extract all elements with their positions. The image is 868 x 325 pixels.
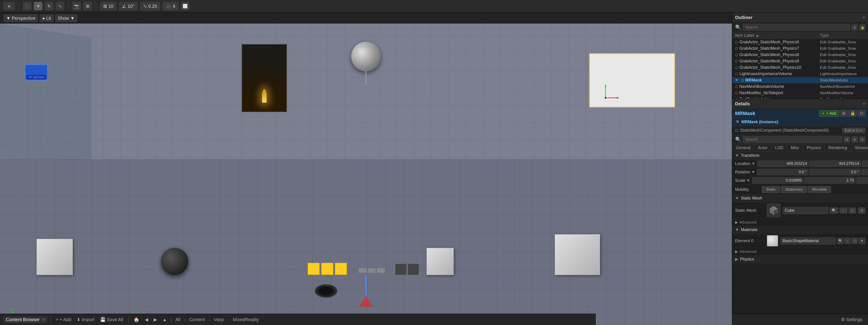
rotation-y-input[interactable]	[809, 169, 861, 175]
mobility-stationary-btn[interactable]: Stationary	[781, 186, 807, 193]
viewport[interactable]: ▼ Perspective ● Lit Show ▼	[0, 13, 732, 325]
scale-dropdown-icon[interactable]: ▼	[746, 178, 750, 183]
maximize-viewport-btn[interactable]: ⬜	[181, 2, 189, 10]
unreal-logo[interactable]: U	[4, 2, 14, 10]
details-grid-btn[interactable]: ⊞	[844, 137, 850, 143]
material-dropdown[interactable]: BasicShapeMaterial	[780, 237, 836, 244]
outliner-row-1[interactable]: ⬡ GrabActor_StaticMesh_Physics7 Edit Gra…	[732, 46, 868, 52]
outliner-row-6[interactable]: 👁 ⬡ MRMask StaticMeshActor	[732, 77, 868, 84]
tab-rendering[interactable]: Rendering	[825, 144, 851, 152]
nav-home[interactable]: 🏠	[132, 316, 141, 323]
physics-section-header[interactable]: ▶ Physics	[732, 255, 868, 263]
mesh-browse-btn[interactable]: 🔍	[830, 207, 838, 213]
translate-btn[interactable]: ✛	[34, 2, 42, 10]
mesh-use-selected-btn[interactable]: ←	[840, 207, 847, 213]
rotation-dropdown-icon[interactable]: ▼	[751, 170, 755, 175]
tab-misc[interactable]: Misc	[787, 144, 803, 152]
mesh-thumbnail	[767, 204, 780, 217]
content-browser-tab[interactable]: Content Browser ×	[4, 316, 47, 323]
eye-icon-6[interactable]: 👁	[735, 78, 739, 82]
rotation-z-input[interactable]	[861, 169, 868, 175]
import-btn[interactable]: ⬇ Import	[75, 316, 96, 323]
details-lock-btn[interactable]: 🔒	[848, 110, 857, 117]
mat-use-btn[interactable]: ←	[844, 238, 851, 244]
outliner-list[interactable]: ⬡ GrabActor_StaticMesh_Physics6 Edit Gra…	[732, 39, 868, 98]
settings-btn[interactable]: ⚙ Settings	[839, 316, 864, 323]
details-options-btn[interactable]: ⊞	[840, 110, 847, 117]
breadcrumb-all[interactable]: All	[174, 317, 182, 323]
outliner-type-2: Edit Grabbable_Sma	[820, 53, 865, 57]
scale-y-input[interactable]	[804, 177, 856, 184]
perspective-btn[interactable]: ▼ Perspective	[4, 14, 38, 22]
col-item-label-header[interactable]: Item Label ▲	[735, 33, 820, 38]
edit-cpp-btn[interactable]: Edit in C++	[842, 128, 865, 133]
add-component-btn[interactable]: + + Add	[819, 110, 839, 117]
content-browser-close[interactable]: ×	[42, 317, 45, 322]
tab-physics[interactable]: Physics	[803, 144, 825, 152]
location-dropdown-icon[interactable]: ▼	[751, 161, 755, 166]
advanced-row-2[interactable]: ▶ Advanced	[732, 248, 868, 255]
breadcrumb-content[interactable]: Content	[187, 317, 207, 323]
snap-angle-btn[interactable]: ∠ 10°	[119, 2, 137, 10]
rotation-label: Rotation ▼	[735, 170, 755, 175]
details-star-btn[interactable]: ★	[852, 137, 858, 143]
camera-btn[interactable]: 📷	[72, 2, 81, 10]
details-close-btn[interactable]: ×	[863, 101, 865, 107]
outliner-row-0[interactable]: ⬡ GrabActor_StaticMesh_Physics6 Edit Gra…	[732, 39, 868, 46]
outliner-row-2[interactable]: ⬡ GrabActor_StaticMesh_Physics8 Edit Gra…	[732, 52, 868, 58]
tab-general[interactable]: General	[732, 144, 754, 152]
tab-streaming[interactable]: Streaming	[851, 144, 868, 152]
mat-open-btn[interactable]: ⬡	[852, 238, 858, 244]
location-z-input[interactable]	[862, 160, 868, 167]
nav-up[interactable]: ▲	[161, 317, 169, 323]
advanced-row-1[interactable]: ▶ Advanced	[732, 219, 868, 226]
lit-btn[interactable]: ● Lit	[40, 14, 53, 22]
outliner-lock-btn[interactable]: 🔒	[859, 25, 865, 30]
materials-section-header[interactable]: ▼ Materials	[732, 226, 868, 234]
mobility-static-btn[interactable]: Static	[762, 186, 780, 193]
transform-section-header[interactable]: ▼ Transform	[732, 152, 868, 159]
snap-scale-btn[interactable]: ⤡ 0.25	[140, 2, 160, 10]
mobility-movable-btn[interactable]: Movable	[808, 186, 831, 193]
breadcrumb-mixedreality[interactable]: MixedReality	[231, 317, 261, 323]
save-all-btn[interactable]: 💾 Save All	[98, 316, 125, 323]
scene-content[interactable]: VR Spectator	[0, 24, 732, 325]
mesh-open-btn[interactable]: ⬡	[849, 207, 856, 213]
rotate-btn[interactable]: ↻	[45, 2, 53, 10]
scale-x-input[interactable]	[752, 177, 803, 184]
snap-grid-btn[interactable]: ⊞ 10	[100, 2, 116, 10]
mat-more-btn[interactable]: ▼	[859, 238, 865, 244]
outliner-filter-btn[interactable]: ⚙	[852, 25, 858, 30]
camera-speed-btn[interactable]: 🎥 4	[163, 2, 178, 10]
details-more-btn[interactable]: ⊡	[858, 110, 865, 117]
breadcrumb-varjo[interactable]: Varjo	[212, 317, 226, 323]
outliner-row-8[interactable]: ⬡ NavModifier_NoTeleport NavModifierVolu…	[732, 90, 868, 96]
grid-btn[interactable]: ⊞	[84, 2, 92, 10]
mat-browse-btn[interactable]: 🔍	[837, 238, 843, 244]
outliner-row-4[interactable]: ⬡ GrabActor_StaticMesh_Physics10 Edit Gr…	[732, 64, 868, 71]
tab-lod[interactable]: LOD	[771, 144, 787, 152]
nav-back[interactable]: ◀	[143, 316, 150, 323]
scale-btn[interactable]: ⤡	[56, 2, 64, 10]
col-type-header[interactable]: Type	[820, 33, 865, 38]
details-settings-btn[interactable]: ⚙	[859, 137, 865, 143]
outliner-row-5[interactable]: ⬡ LightmassImportanceVolume LightmassImp…	[732, 71, 868, 77]
outliner-close-btn[interactable]: ×	[863, 15, 865, 20]
nav-fwd[interactable]: ▶	[152, 316, 159, 323]
show-btn[interactable]: Show ▼	[55, 14, 78, 22]
mesh-name-dropdown[interactable]: Cube	[783, 207, 828, 214]
add-btn[interactable]: + + Add	[54, 317, 73, 323]
scale-z-input[interactable]	[857, 177, 868, 184]
details-search-input[interactable]	[743, 136, 842, 143]
static-mesh-section-header[interactable]: ▼ Static Mesh	[732, 195, 868, 202]
outliner-row-9[interactable]: ⬡ TextRenderActor TextRenderActor	[732, 96, 868, 98]
select-mode-btn[interactable]: ⬛	[23, 2, 31, 10]
outliner-row-7[interactable]: ⬡ NavMeshBoundsVolume NavMeshBoundsVol	[732, 84, 868, 90]
mesh-reset-btn[interactable]: ↺	[858, 207, 865, 213]
location-y-input[interactable]	[809, 160, 861, 167]
tab-actor[interactable]: Actor	[754, 144, 771, 152]
location-x-input[interactable]	[757, 160, 809, 167]
outliner-search-input[interactable]	[743, 24, 850, 31]
rotation-x-input[interactable]	[757, 169, 808, 175]
outliner-row-3[interactable]: ⬡ GrabActor_StaticMesh_Physics9 Edit Gra…	[732, 58, 868, 64]
